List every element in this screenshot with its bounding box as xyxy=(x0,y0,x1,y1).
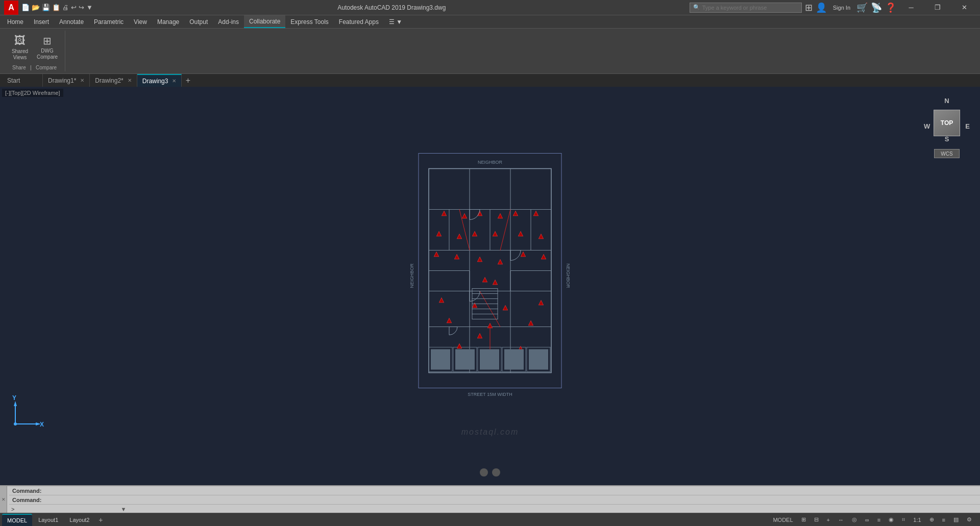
search-box[interactable]: 🔍 xyxy=(690,3,802,13)
viewport-label: [-][Top][2D Wireframe] xyxy=(2,89,63,97)
svg-point-6 xyxy=(14,422,17,425)
menu-view[interactable]: View xyxy=(129,15,152,28)
svg-text:X: X xyxy=(40,421,44,428)
ucs-icon: Y X xyxy=(5,393,46,434)
linewidth-btn[interactable]: 1:1 xyxy=(911,516,923,524)
minimize-button[interactable]: ─ xyxy=(899,0,923,15)
cart-icon: 🛒 xyxy=(856,2,868,13)
command-area: ✕ Command: Command: > ▼ xyxy=(0,485,980,513)
menu-collaborate[interactable]: Collaborate xyxy=(244,15,285,28)
search-input[interactable] xyxy=(702,5,798,11)
tab-drawing3[interactable]: Drawing3 ✕ xyxy=(137,74,182,87)
shared-views-label: SharedViews xyxy=(12,48,28,61)
menu-extra[interactable]: ☰ ▼ xyxy=(384,15,407,28)
titlebar-right: 🔍 ⊞ 👤 Sign In 🛒 📡 ❓ ─ ❐ ✕ xyxy=(690,0,980,15)
menu-parametric[interactable]: Parametric xyxy=(89,15,129,28)
new-icon[interactable]: 📄 xyxy=(21,4,30,11)
drawing-canvas[interactable] xyxy=(0,87,980,485)
user-icon: 👤 xyxy=(816,2,827,13)
status-tab-model[interactable]: MODEL xyxy=(2,514,32,526)
dwg-compare-button[interactable]: ⊞ DWGCompare xyxy=(34,32,61,63)
transparency-btn[interactable]: ◉ xyxy=(887,515,896,524)
ribbon: Home Insert Annotate Parametric View Man… xyxy=(0,15,980,74)
tab-drawing2-close[interactable]: ✕ xyxy=(128,78,132,83)
props-btn[interactable]: ≡ xyxy=(940,516,947,524)
command-input[interactable] xyxy=(16,506,118,512)
compass-west: W xyxy=(924,122,930,130)
ribbon-group-share: 🖼 SharedViews ⊞ DWGCompare Share | Compa… xyxy=(4,31,65,71)
toolbar-icons: ⊞ xyxy=(805,2,813,13)
command-side-button[interactable]: ✕ xyxy=(0,486,7,513)
otrack-btn[interactable]: ∞ xyxy=(863,516,871,524)
compass-north: N xyxy=(944,97,949,105)
titlebar-title: Autodesk AutoCAD 2019 Drawing3.dwg xyxy=(94,4,690,11)
doc-tabs: Start Drawing1* ✕ Drawing2* ✕ Drawing3 ✕… xyxy=(0,74,980,87)
grid-btn[interactable]: ⊞ xyxy=(799,515,808,524)
help-icon: ❓ xyxy=(885,2,896,13)
status-tabs: MODEL Layout1 Layout2 + xyxy=(2,514,106,526)
polar-btn[interactable]: ↔ xyxy=(836,516,846,524)
menu-add-ins[interactable]: Add-ins xyxy=(213,15,244,28)
tab-drawing1[interactable]: Drawing1* ✕ xyxy=(43,74,90,87)
tab-drawing2[interactable]: Drawing2* ✕ xyxy=(90,74,137,87)
ribbon-group-buttons: 🖼 SharedViews ⊞ DWGCompare xyxy=(8,31,61,64)
svg-text:Y: Y xyxy=(12,394,16,402)
close-button[interactable]: ✕ xyxy=(952,0,976,15)
cube-top-button[interactable]: TOP xyxy=(934,110,960,136)
app-logo: A xyxy=(4,1,18,15)
command-line-1: Command: xyxy=(9,486,980,495)
sign-in-button[interactable]: Sign In xyxy=(830,4,853,12)
zoom-add-btn[interactable]: ⊕ xyxy=(927,515,936,524)
status-bar: MODEL Layout1 Layout2 + MODEL ⊞ ⊟ + ↔ ◎ … xyxy=(0,513,980,526)
menu-bar: Home Insert Annotate Parametric View Man… xyxy=(0,15,980,29)
new-tab-button[interactable]: + xyxy=(182,74,194,87)
menu-manage[interactable]: Manage xyxy=(152,15,184,28)
save-as-icon[interactable]: 📋 xyxy=(52,4,60,11)
ribbon-content: 🖼 SharedViews ⊞ DWGCompare Share | Compa… xyxy=(0,29,980,73)
menu-express-tools[interactable]: Express Tools xyxy=(285,15,333,28)
dynin-btn[interactable]: ⌗ xyxy=(900,515,907,524)
wcs-button[interactable]: WCS xyxy=(934,149,960,158)
isolate-btn[interactable]: ▤ xyxy=(951,515,961,524)
model-status-btn[interactable]: MODEL xyxy=(771,516,795,524)
menu-featured-apps[interactable]: Featured Apps xyxy=(334,15,384,28)
tab-drawing1-close[interactable]: ✕ xyxy=(80,78,84,83)
compass-south: S xyxy=(945,135,949,143)
add-layout-button[interactable]: + xyxy=(95,515,106,525)
menu-output[interactable]: Output xyxy=(184,15,213,28)
tab-drawing3-close[interactable]: ✕ xyxy=(172,78,176,84)
command-dropdown[interactable]: ▼ xyxy=(120,506,126,512)
compass-east: E xyxy=(965,122,970,130)
drawing-area[interactable]: N W TOP E S WCS Y X mostaql.com xyxy=(0,87,980,485)
custom-toolbar-icon[interactable]: ▼ xyxy=(86,4,93,11)
redo-icon[interactable]: ↪ xyxy=(79,4,84,11)
status-tab-layout1[interactable]: Layout1 xyxy=(33,514,63,526)
command-prompt: > xyxy=(11,506,14,512)
print-icon[interactable]: 🖨 xyxy=(62,4,69,11)
viewcube[interactable]: N W TOP E S WCS xyxy=(924,97,970,158)
menu-annotate[interactable]: Annotate xyxy=(54,15,89,28)
titlebar-left: A 📄 📂 💾 📋 🖨 ↩ ↪ ▼ xyxy=(0,1,94,15)
osnap-btn[interactable]: ◎ xyxy=(850,515,859,524)
snap-btn[interactable]: ⊟ xyxy=(812,515,821,524)
svg-marker-1 xyxy=(14,401,17,406)
tab-start[interactable]: Start xyxy=(2,74,43,87)
dwg-compare-label: DWGCompare xyxy=(37,48,58,60)
menu-insert[interactable]: Insert xyxy=(29,15,54,28)
search-icon: 🔍 xyxy=(693,4,700,11)
shared-views-button[interactable]: 🖼 SharedViews xyxy=(8,32,32,63)
lineweight-btn[interactable]: ≡ xyxy=(875,516,883,524)
open-icon[interactable]: 📂 xyxy=(32,4,40,11)
ortho-btn[interactable]: + xyxy=(825,516,832,524)
ribbon-group-share-label: Share | Compare xyxy=(12,65,57,71)
shared-views-icon: 🖼 xyxy=(14,34,26,47)
status-tab-layout2[interactable]: Layout2 xyxy=(64,514,94,526)
command-label-1: Command: xyxy=(12,488,41,494)
comm-icon: 📡 xyxy=(871,2,882,13)
titlebar: A 📄 📂 💾 📋 🖨 ↩ ↪ ▼ Autodesk AutoCAD 2019 … xyxy=(0,0,980,15)
settings-btn[interactable]: ⚙ xyxy=(965,515,974,524)
menu-home[interactable]: Home xyxy=(2,15,29,28)
restore-button[interactable]: ❐ xyxy=(926,0,949,15)
undo-icon[interactable]: ↩ xyxy=(71,4,77,11)
save-icon[interactable]: 💾 xyxy=(42,4,50,11)
